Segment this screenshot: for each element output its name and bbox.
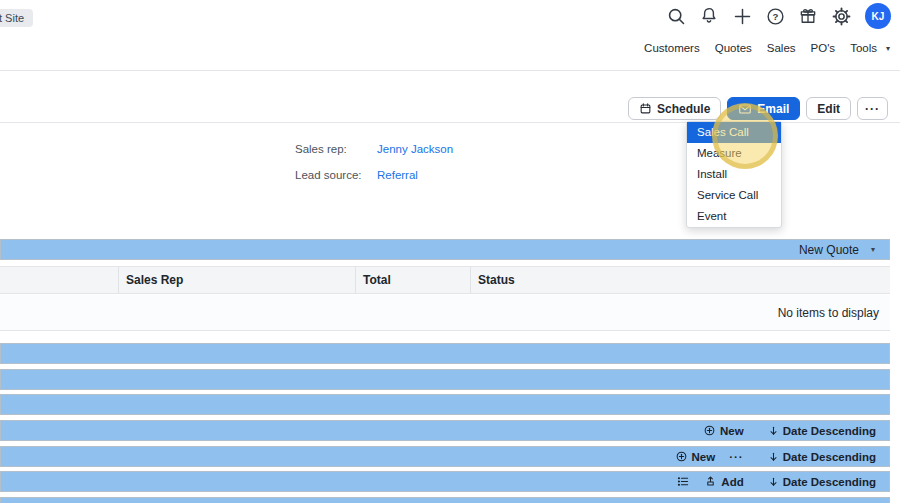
quotes-section-bar[interactable]: New Quote ▾ <box>0 239 890 260</box>
collapsed-section-bar-3[interactable] <box>0 394 890 415</box>
collapsed-section-bar-2[interactable] <box>0 369 890 390</box>
lead-source-label: Lead source: <box>295 169 377 181</box>
sort-date-descending-button[interactable]: Date Descending <box>768 476 876 488</box>
main-nav: Customers Quotes Sales PO's Tools ▾ <box>644 42 890 54</box>
section-controls: New Date Descending <box>703 424 889 437</box>
help-icon[interactable]: ? <box>763 4 787 28</box>
schedule-button[interactable]: Schedule <box>628 97 721 120</box>
column-total[interactable]: Total <box>355 267 470 293</box>
notifications-bell-icon[interactable] <box>697 4 721 28</box>
field-sales-rep: Sales rep: Jenny Jackson <box>295 143 453 155</box>
ellipsis-icon[interactable]: ··· <box>729 451 744 463</box>
svg-text:?: ? <box>772 11 778 22</box>
add-button[interactable]: Add <box>704 475 743 488</box>
utility-icon-row: ? KJ <box>664 3 891 29</box>
search-icon[interactable] <box>664 4 688 28</box>
column-status[interactable]: Status <box>470 267 890 293</box>
more-actions-button[interactable]: ··· <box>857 97 888 120</box>
field-lead-source: Lead source: Referral <box>295 169 418 181</box>
menu-item-event[interactable]: Event <box>687 206 781 227</box>
column-sales-rep[interactable]: Sales Rep <box>118 267 355 293</box>
header-divider <box>0 70 900 71</box>
quotes-empty-row: No items to display <box>0 295 890 331</box>
gift-icon[interactable] <box>796 4 820 28</box>
new-item-button[interactable]: New <box>675 450 716 463</box>
section-bar-with-new[interactable]: New Date Descending <box>0 420 890 441</box>
section-bar-with-new-more[interactable]: New ··· Date Descending <box>0 446 890 467</box>
sales-rep-link[interactable]: Jenny Jackson <box>377 143 453 155</box>
new-quote-button[interactable]: New Quote ▾ <box>799 243 889 257</box>
sales-rep-label: Sales rep: <box>295 143 377 155</box>
menu-item-service-call[interactable]: Service Call <box>687 185 781 206</box>
new-item-button[interactable]: New <box>703 424 744 437</box>
lead-source-link[interactable]: Referral <box>377 169 418 181</box>
app-window: t Site ? <box>0 0 900 503</box>
nav-tools[interactable]: Tools <box>850 42 877 54</box>
user-avatar[interactable]: KJ <box>865 3 891 29</box>
ellipsis-icon: ··· <box>865 102 880 116</box>
collapsed-section-bar-4[interactable] <box>0 497 890 503</box>
add-plus-icon[interactable] <box>730 4 754 28</box>
edit-button[interactable]: Edit <box>806 97 851 120</box>
settings-gear-icon[interactable] <box>829 4 853 28</box>
section-controls: New ··· Date Descending <box>675 450 889 463</box>
column-blank <box>0 267 118 293</box>
calendar-icon <box>641 105 650 113</box>
nav-sales[interactable]: Sales <box>767 42 796 54</box>
site-badge: t Site <box>0 9 33 27</box>
upload-icon <box>708 477 713 485</box>
sort-date-descending-button[interactable]: Date Descending <box>768 425 876 437</box>
section-controls: Add Date Descending <box>676 475 889 488</box>
chevron-down-icon[interactable]: ▾ <box>886 44 890 53</box>
sort-date-descending-button[interactable]: Date Descending <box>768 451 876 463</box>
list-icon <box>679 478 688 486</box>
list-view-button[interactable] <box>676 475 690 488</box>
collapsed-section-bar-1[interactable] <box>0 343 890 364</box>
section-bar-with-add[interactable]: Add Date Descending <box>0 471 890 492</box>
quotes-table-header: Sales Rep Total Status <box>0 266 890 294</box>
click-highlight <box>712 103 778 169</box>
chevron-down-icon[interactable]: ▾ <box>871 245 875 254</box>
nav-customers[interactable]: Customers <box>644 42 700 54</box>
nav-pos[interactable]: PO's <box>811 42 836 54</box>
empty-message: No items to display <box>778 306 879 320</box>
nav-quotes[interactable]: Quotes <box>715 42 752 54</box>
